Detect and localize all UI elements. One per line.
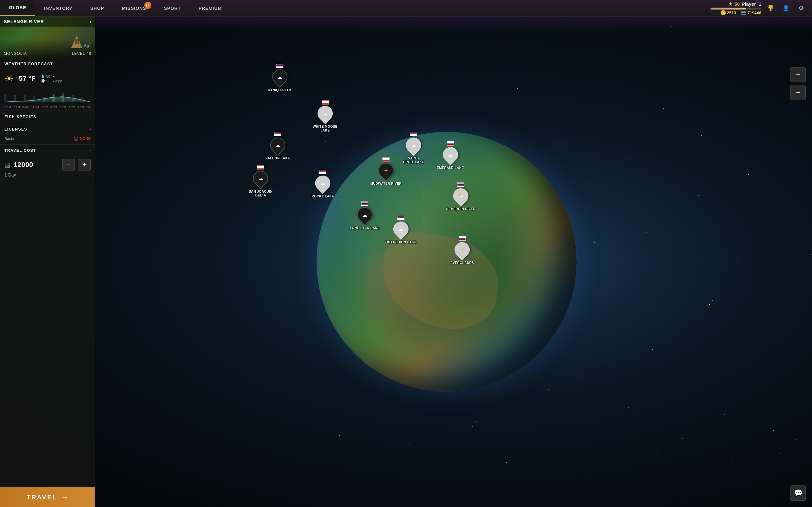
licenses-content: Basic 🚫 NONE xyxy=(0,135,95,144)
weather-icon-san-joaquin-delta: ☁ xyxy=(256,173,266,183)
travel-decrease-button[interactable]: − xyxy=(62,159,75,170)
weather-icon-raniq-creek: ☁ xyxy=(275,72,285,82)
fish-species-header[interactable]: FISH SPECIES › xyxy=(0,111,95,123)
svg-rect-4 xyxy=(33,96,35,102)
svg-rect-6 xyxy=(53,94,55,102)
travel-cost-header[interactable]: TRAVEL COST › xyxy=(0,145,95,157)
tab-globe[interactable]: GLOBE xyxy=(0,0,35,16)
location-card[interactable]: 🎣 SELENGE RIVER › MONGOLIA LEVEL 48 xyxy=(0,16,95,58)
travel-cost-section: TRAVEL COST › ▦ 12000 − + 1 Day xyxy=(0,144,95,181)
travel-amount: 12000 xyxy=(14,161,59,169)
map-pin-white-moose-lake[interactable]: ☁WHITE MOOSE LAKE xyxy=(313,106,338,132)
pin-label-rocky-lake: ROCKY LAKE xyxy=(312,194,334,199)
pin-flag-quanchkin-lake xyxy=(397,216,404,220)
weather-title: WEATHER FORECAST xyxy=(4,62,53,66)
humidity-icon: 💧 xyxy=(41,74,45,78)
pin-flag-white-moose-lake xyxy=(322,100,328,105)
tab-premium[interactable]: PREMIUM xyxy=(190,0,231,16)
map-pin-saint-croix-lake[interactable]: ☁SAINT- CROIX LAKE xyxy=(403,137,424,164)
svg-rect-2 xyxy=(14,95,16,102)
tab-inventory[interactable]: INVENTORY xyxy=(35,0,82,16)
wind-value: S 6.7 mph xyxy=(46,79,62,83)
fish-species-title: FISH SPECIES xyxy=(4,115,37,119)
nav-tabs: GLOBE INVENTORY SHOP MISSIONS 94 SPORT P… xyxy=(0,0,231,16)
location-country: MONGOLIA xyxy=(4,51,27,56)
pin-label-white-moose-lake: WHITE MOOSE LAKE xyxy=(313,125,338,132)
tab-missions[interactable]: MISSIONS 94 xyxy=(113,0,155,16)
weather-sun-icon: ☀ xyxy=(4,72,14,84)
location-chevron-icon: › xyxy=(90,19,91,24)
travel-days: 1 Day xyxy=(4,172,91,177)
map-pin-san-joaquin-delta[interactable]: ☁SAN JOAQUIN DELTA xyxy=(249,171,273,198)
map-pin-mudwater-river[interactable]: ☀MUDWATER RIVER xyxy=(370,163,402,186)
pin-icon-quanchkin-lake: ☁ xyxy=(393,222,409,240)
licenses-section: LICENSES › Basic 🚫 NONE xyxy=(0,123,95,144)
map-pin-lone-star-lake[interactable]: ☁LONE STAR LAKE xyxy=(350,207,380,230)
travel-stack-icon: ▦ xyxy=(4,161,10,169)
map-pin-rocky-lake[interactable]: ☁ROCKY LAKE xyxy=(312,176,334,199)
pin-icon-rocky-lake: ☁ xyxy=(315,176,331,194)
svg-rect-1 xyxy=(4,94,6,102)
tab-sport[interactable]: SPORT xyxy=(155,0,190,16)
weather-content: ☀ 57 °F 💧 50 °F 💨 S 6.7 mph xyxy=(0,70,95,111)
tab-shop[interactable]: SHOP xyxy=(82,0,113,16)
no-entry-icon: 🚫 xyxy=(73,136,78,141)
top-navigation: GLOBE INVENTORY SHOP MISSIONS 94 SPORT P… xyxy=(0,0,433,16)
weather-details: 💧 50 °F 💨 S 6.7 mph xyxy=(41,74,62,83)
pin-label-mudwater-river: MUDWATER RIVER xyxy=(370,182,402,186)
location-name: SELENGE RIVER xyxy=(4,19,44,24)
weather-chart-svg xyxy=(4,88,91,104)
weather-main-row: ☀ 57 °F 💧 50 °F 💨 S 6.7 mph xyxy=(4,72,91,84)
wind-icon: 💨 xyxy=(41,79,45,83)
weather-icon-mudwater-river: ☀ xyxy=(381,165,391,176)
pin-flag-raniq-creek xyxy=(276,64,283,68)
pin-flag-mudwater-river xyxy=(383,157,390,162)
weather-chevron-icon: › xyxy=(90,62,91,66)
sidebar: 🎣 SELENGE RIVER › MONGOLIA LEVEL 48 WEAT… xyxy=(0,16,95,269)
weather-chart: 5 AM 7 AM 9 AM 11 AM 1 PM 3 PM 5 PM 7 PM… xyxy=(4,88,91,107)
fisher-icon: 🎣 xyxy=(82,41,90,49)
weather-icon-lone-star-lake: ☁ xyxy=(360,210,370,220)
travel-amount-row: ▦ 12000 − + xyxy=(4,159,91,170)
pin-label-quanchkin-lake: QUANCHKIN LAKE xyxy=(386,240,416,244)
pin-label-raniq-creek: RANIQ CREEK xyxy=(268,89,292,92)
weather-icon-quanchkin-lake: ☁ xyxy=(396,224,406,234)
licenses-header[interactable]: LICENSES › xyxy=(0,123,95,135)
humidity-value: 50 °F xyxy=(46,74,55,78)
pin-label-san-joaquin-delta: SAN JOAQUIN DELTA xyxy=(249,190,273,198)
pin-label-saint-croix-lake: SAINT- CROIX LAKE xyxy=(403,157,424,164)
map-pin-raniq-creek[interactable]: ☁RANIQ CREEK xyxy=(268,69,292,92)
pin-label-falcon-lake: FALCON LAKE xyxy=(266,157,290,160)
pin-icon-raniq-creek: ☁ xyxy=(272,69,287,88)
weather-icon-saint-croix-lake: ☁ xyxy=(409,140,419,150)
licenses-chevron-icon: › xyxy=(90,127,91,131)
pin-flag-rocky-lake xyxy=(319,170,326,174)
travel-cost-chevron-icon: › xyxy=(90,148,91,153)
map-pin-falcon-lake[interactable]: ☁FALCON LAKE xyxy=(266,137,290,160)
fish-species-chevron-icon: › xyxy=(90,115,91,119)
travel-cost-title: TRAVEL COST xyxy=(4,148,36,153)
wind-row: 💨 S 6.7 mph xyxy=(41,79,62,83)
weather-icon-white-moose-lake: ☁ xyxy=(320,108,330,118)
weather-temperature: 57 °F xyxy=(19,74,36,83)
pin-flag-lone-star-lake xyxy=(361,202,368,206)
pin-flag-san-joaquin-delta xyxy=(257,165,264,170)
pin-label-lone-star-lake: LONE STAR LAKE xyxy=(350,226,380,230)
humidity-row: 💧 50 °F xyxy=(41,74,62,78)
license-status-text: NONE xyxy=(80,136,91,141)
weather-header[interactable]: WEATHER FORECAST › xyxy=(0,58,95,70)
map-pin-quanchkin-lake[interactable]: ☁QUANCHKIN LAKE xyxy=(386,222,416,244)
travel-increase-button[interactable]: + xyxy=(78,159,91,170)
pin-icon-saint-croix-lake: ☁ xyxy=(406,137,421,156)
location-footer: MONGOLIA LEVEL 48 xyxy=(0,49,95,58)
location-level: LEVEL 48 xyxy=(72,51,91,56)
chart-times: 5 AM 7 AM 9 AM 11 AM 1 PM 3 PM 5 PM 7 PM… xyxy=(4,106,91,109)
pin-icon-mudwater-river: ☀ xyxy=(378,163,394,181)
tepee-decoration xyxy=(71,36,83,48)
pin-flag-falcon-lake xyxy=(274,132,281,136)
fish-species-section: FISH SPECIES › xyxy=(0,111,95,123)
pin-flag-saint-croix-lake xyxy=(410,132,417,136)
svg-rect-7 xyxy=(62,94,64,102)
pin-icon-lone-star-lake: ☁ xyxy=(357,207,372,226)
license-row: Basic 🚫 NONE xyxy=(4,136,91,141)
